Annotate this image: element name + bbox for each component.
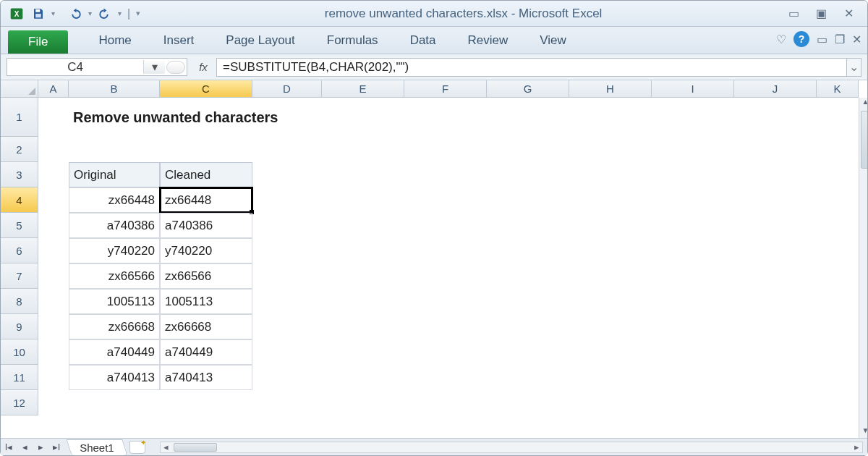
window-controls: ▭ ▣ ✕ (786, 7, 863, 21)
name-box[interactable]: C4 ▾ (7, 58, 187, 76)
column-header-C[interactable]: C (160, 80, 252, 98)
cell-header-cleaned[interactable]: Cleaned (160, 162, 252, 187)
row-header-10[interactable]: 10 (1, 339, 38, 365)
minimize-button[interactable]: ▭ (786, 7, 801, 21)
column-header-D[interactable]: D (252, 80, 322, 98)
sheet-tab[interactable]: Sheet1 (66, 439, 127, 455)
formula-bar-expand[interactable]: ⌄ (847, 58, 861, 77)
column-header-E[interactable]: E (322, 80, 404, 98)
cell-original-5[interactable]: 1005113 (69, 289, 160, 314)
row-header-2[interactable]: 2 (1, 137, 38, 162)
quick-access-toolbar: ▾ ▾ ▾ | ▾ (28, 5, 140, 22)
tab-insert[interactable]: Insert (148, 29, 210, 54)
column-header-H[interactable]: H (569, 80, 652, 98)
sheet-nav-first[interactable]: I◂ (1, 442, 17, 452)
sheet-nav-next[interactable]: ▸ (33, 442, 48, 452)
formula-bar: C4 ▾ fx =SUBSTITUTE(B4,CHAR(202),"") ⌄ (1, 54, 867, 80)
help-icon[interactable]: ? (793, 31, 809, 47)
tab-formulas[interactable]: Formulas (311, 29, 394, 54)
worksheet-grid[interactable]: ABCDEFGHIJK 123456789101112 Remove unwan… (1, 80, 867, 438)
ribbon-tabs: File HomeInsertPage LayoutFormulasDataRe… (1, 27, 867, 54)
column-header-J[interactable]: J (734, 80, 817, 98)
file-tab[interactable]: File (8, 30, 68, 54)
svg-rect-3 (35, 14, 41, 17)
row-headers: 123456789101112 (1, 98, 38, 438)
workbook-close-button[interactable]: ✕ (852, 33, 861, 46)
workbook-minimize-button[interactable]: ▭ (817, 33, 827, 46)
name-box-handle[interactable] (166, 61, 185, 74)
row-header-12[interactable]: 12 (1, 390, 38, 415)
cell-header-original[interactable]: Original (69, 162, 160, 187)
cell-title[interactable]: Remove unwanted characters (69, 98, 404, 137)
tab-view[interactable]: View (524, 29, 582, 54)
tab-home[interactable]: Home (82, 29, 147, 54)
svg-rect-2 (35, 9, 40, 12)
formula-input[interactable]: =SUBSTITUTE(B4,CHAR(202),"") (216, 58, 847, 77)
cell-cleaned-4[interactable]: zx66566 (160, 263, 252, 289)
scroll-down-icon[interactable]: ▼ (862, 426, 867, 438)
row-header-8[interactable]: 8 (1, 289, 38, 314)
tab-page-layout[interactable]: Page Layout (210, 29, 310, 54)
cell-original-6[interactable]: zx66668 (69, 314, 160, 339)
maximize-button[interactable]: ▣ (814, 7, 828, 21)
column-headers: ABCDEFGHIJK (38, 80, 859, 98)
row-header-6[interactable]: 6 (1, 238, 38, 263)
workbook-restore-button[interactable]: ❐ (835, 33, 845, 46)
scroll-right-icon[interactable]: ▸ (851, 442, 862, 452)
excel-app-icon: X (9, 7, 24, 21)
column-header-K[interactable]: K (817, 80, 859, 98)
cell-cleaned-6[interactable]: zx66668 (160, 314, 252, 339)
column-header-I[interactable]: I (652, 80, 734, 98)
cell-cleaned-8[interactable]: a740413 (160, 365, 252, 390)
sheet-tab-bar: I◂ ◂ ▸ ▸I Sheet1 ◂ ▸ (1, 438, 867, 455)
cell-original-7[interactable]: a740449 (69, 339, 160, 365)
cell-original-8[interactable]: a740413 (69, 365, 160, 390)
row-header-1[interactable]: 1 (1, 98, 38, 137)
window-title: remove unwanted characters.xlsx - Micros… (140, 7, 786, 21)
row-header-4[interactable]: 4 (1, 187, 38, 213)
cell-cleaned-5[interactable]: 1005113 (160, 289, 252, 314)
ribbon-minimize-icon[interactable]: ♡ (776, 33, 786, 46)
save-button[interactable] (28, 5, 48, 22)
insert-worksheet-button[interactable] (129, 441, 145, 454)
cell-cleaned-7[interactable]: a740449 (160, 339, 252, 365)
cell-cleaned-1[interactable]: zx66448 (160, 187, 252, 213)
row-header-7[interactable]: 7 (1, 263, 38, 289)
scroll-up-icon[interactable]: ▲ (862, 98, 867, 109)
row-header-11[interactable]: 11 (1, 365, 38, 390)
cells-area[interactable]: Remove unwanted charactersOriginalCleane… (38, 98, 859, 415)
cell-original-3[interactable]: y740220 (69, 238, 160, 263)
hscroll-thumb[interactable] (174, 443, 217, 452)
cell-original-2[interactable]: a740386 (69, 213, 160, 238)
select-all-corner[interactable] (1, 80, 38, 98)
tab-review[interactable]: Review (452, 29, 524, 54)
title-bar: X ▾ ▾ ▾ | ▾ remove unwanted characters.x… (1, 1, 867, 27)
column-header-B[interactable]: B (69, 80, 160, 98)
redo-button[interactable] (95, 5, 115, 22)
close-button[interactable]: ✕ (841, 7, 856, 21)
sheet-nav-last[interactable]: ▸I (48, 442, 64, 452)
cell-cleaned-3[interactable]: y740220 (160, 238, 252, 263)
scroll-left-icon[interactable]: ◂ (161, 442, 172, 452)
row-header-3[interactable]: 3 (1, 162, 38, 187)
horizontal-scrollbar[interactable]: ◂ ▸ (160, 442, 863, 453)
vertical-scrollbar[interactable]: ▲ ▼ (859, 98, 867, 438)
sheet-nav-prev[interactable]: ◂ (17, 442, 33, 452)
insert-function-button[interactable]: fx (190, 61, 216, 73)
excel-window: X ▾ ▾ ▾ | ▾ remove unwanted characters.x… (0, 0, 868, 456)
name-box-value: C4 (7, 60, 143, 75)
row-header-5[interactable]: 5 (1, 213, 38, 238)
tab-data[interactable]: Data (394, 29, 452, 54)
row-header-9[interactable]: 9 (1, 314, 38, 339)
cell-cleaned-2[interactable]: a740386 (160, 213, 252, 238)
sheet-tab-label: Sheet1 (80, 442, 114, 454)
column-header-G[interactable]: G (487, 80, 569, 98)
name-box-dropdown[interactable]: ▾ (143, 60, 165, 74)
vscroll-thumb[interactable] (861, 111, 867, 169)
cell-original-4[interactable]: zx66566 (69, 263, 160, 289)
cell-original-1[interactable]: zx66448 (69, 187, 160, 213)
undo-button[interactable] (65, 5, 85, 22)
svg-text:X: X (14, 10, 20, 18)
column-header-A[interactable]: A (38, 80, 69, 98)
column-header-F[interactable]: F (404, 80, 487, 98)
